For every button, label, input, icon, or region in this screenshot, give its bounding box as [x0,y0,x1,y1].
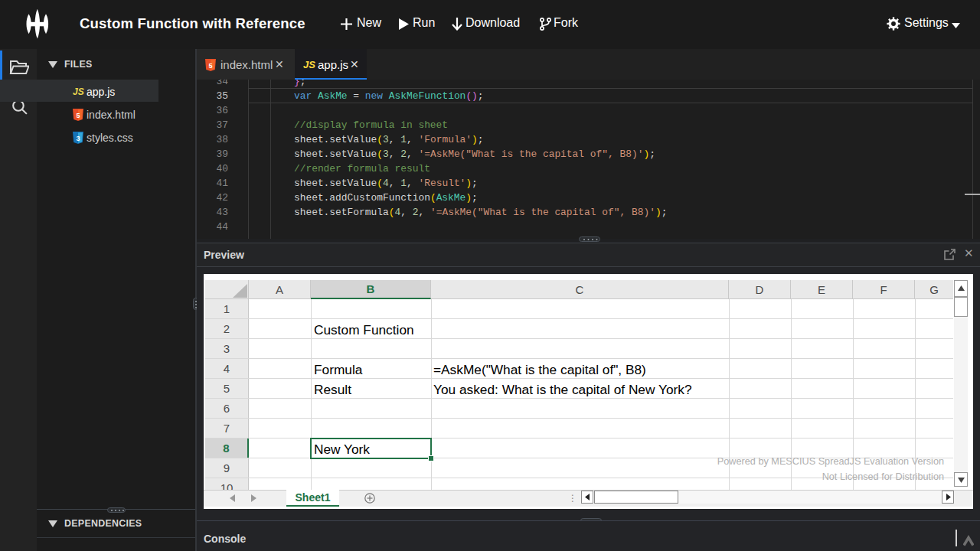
svg-text:3: 3 [76,135,80,142]
svg-text:5: 5 [208,62,212,70]
svg-text:5: 5 [76,112,80,119]
